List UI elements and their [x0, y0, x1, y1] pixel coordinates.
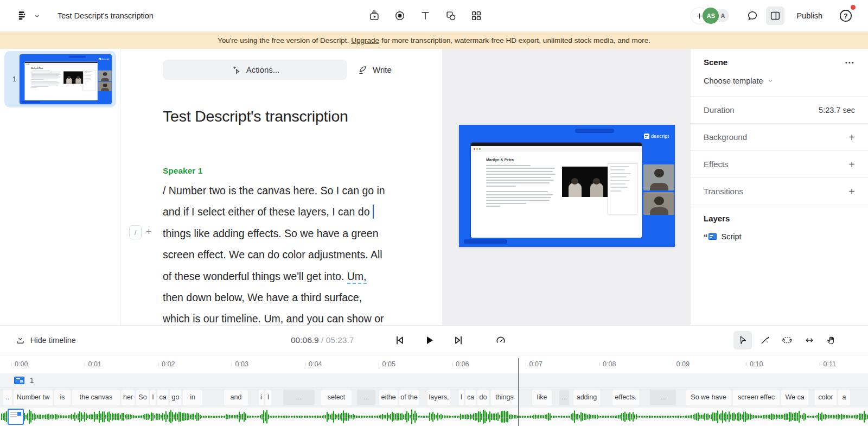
add-shapes-button[interactable]	[442, 7, 460, 25]
layer-item-script[interactable]: “ Script	[704, 232, 855, 241]
document-title[interactable]: Test Descript's transcription	[163, 107, 348, 125]
play-button[interactable]	[420, 331, 438, 349]
layout-templates-button[interactable]	[467, 7, 486, 25]
webcam-layer-2[interactable]	[98, 82, 111, 91]
skip-to-end-button[interactable]	[449, 331, 468, 349]
add-transitions-button[interactable]: +	[848, 186, 855, 197]
hand-tool-button[interactable]	[822, 331, 841, 349]
word-segment[interactable]: I	[150, 390, 156, 405]
transcript-text[interactable]: and if I select either of these layers, …	[163, 206, 370, 218]
avatar-primary[interactable]: AS	[703, 8, 719, 24]
transcript-line[interactable]: things like adding effects. So we have a…	[163, 223, 423, 244]
trim-tool-button[interactable]	[800, 331, 819, 349]
word-segment[interactable]: color	[815, 390, 837, 405]
record-button[interactable]	[391, 7, 409, 25]
silence-segment[interactable]: ...	[283, 390, 315, 405]
descript-logo-button[interactable]	[14, 8, 30, 24]
transcript-line[interactable]: which is our timeline. Um, and you can s…	[163, 308, 423, 325]
silence-segment[interactable]: ...	[357, 390, 375, 405]
word-segment[interactable]: So we have	[686, 390, 731, 405]
media-capture-button[interactable]	[365, 7, 384, 25]
word-segment[interactable]: ..	[3, 390, 12, 405]
inspector-row-effects[interactable]: Effects+	[691, 150, 868, 177]
word-segment[interactable]: layers,	[427, 390, 450, 405]
transcript-text[interactable]: screen effect. We can do color adjustmen…	[163, 249, 382, 260]
word-segment[interactable]: screen effec	[733, 390, 780, 405]
word-segment[interactable]: and	[224, 390, 248, 405]
transcript-line[interactable]: of these wonderful things we'll get into…	[163, 266, 423, 287]
range-select-tool-button[interactable]	[778, 331, 796, 349]
speaker-label[interactable]: Speaker 1	[163, 166, 202, 176]
playback-speed-button[interactable]	[492, 331, 510, 349]
transcript-line[interactable]: / Number two is the canvas here. So I ca…	[163, 180, 423, 201]
transcript-text[interactable]: then down below, We have a third surface…	[163, 291, 362, 303]
filler-word[interactable]: Um,	[347, 270, 367, 284]
scene-thumbnail[interactable]: descript Marilyn & Petra	[20, 54, 112, 104]
scene-list-item[interactable]: 1 descript Marilyn & Petra	[4, 51, 116, 107]
select-tool-button[interactable]	[733, 331, 752, 349]
word-segment[interactable]: do	[477, 390, 489, 405]
inspector-row-transitions[interactable]: Transitions+	[691, 177, 868, 205]
project-menu-button[interactable]	[31, 7, 42, 25]
razor-tool-button[interactable]	[756, 331, 774, 349]
transcript-text[interactable]: / Number two is the canvas here. So I ca…	[163, 185, 385, 196]
word-segment[interactable]: adding	[573, 390, 600, 405]
silence-segment[interactable]: ...	[559, 390, 569, 405]
skip-to-start-button[interactable]	[391, 331, 409, 349]
transcript-text[interactable]: of these wonderful things we'll get into…	[163, 270, 347, 282]
publish-button[interactable]: Publish	[796, 11, 822, 20]
hide-timeline-button[interactable]: Hide timeline	[15, 335, 76, 346]
scene-track[interactable]: 1	[0, 373, 868, 388]
write-button[interactable]: Write	[357, 65, 392, 75]
playhead[interactable]	[518, 358, 519, 426]
add-text-button[interactable]	[416, 7, 435, 25]
transcript-text[interactable]: and you can show or	[283, 313, 384, 325]
filler-word[interactable]: Um,	[264, 313, 283, 325]
word-track[interactable]: ..Number twisthe canvasherSoIcagoinandiI…	[0, 388, 868, 408]
word-segment[interactable]: is	[54, 390, 71, 405]
add-effects-button[interactable]: +	[848, 159, 855, 170]
word-segment[interactable]: things	[491, 390, 518, 405]
word-segment[interactable]: her	[122, 390, 135, 405]
word-segment[interactable]: eithe	[379, 390, 398, 405]
help-button[interactable]: ?	[838, 8, 854, 24]
silence-segment[interactable]: ...	[650, 390, 676, 405]
video-preview-canvas[interactable]: descript Marilyn & Petra	[20, 54, 112, 104]
inspector-row-duration[interactable]: Duration5:23.7 sec	[691, 96, 868, 123]
project-title[interactable]: Test Descript's transcription	[58, 11, 154, 20]
word-segment[interactable]: Number tw	[14, 390, 53, 405]
timeline-ruler[interactable]: 0:000:010:020:030:040:050:060:070:080:09…	[0, 355, 868, 373]
word-segment[interactable]: We ca	[781, 390, 808, 405]
toggle-sidebar-button[interactable]	[766, 7, 784, 25]
slash-command-button[interactable]: /	[129, 225, 142, 239]
webcam-layer-2[interactable]	[643, 192, 674, 215]
video-preview-canvas[interactable]: descript Marilyn & Petra	[459, 125, 675, 247]
word-segment[interactable]: like	[532, 390, 552, 405]
audio-track[interactable]	[0, 408, 868, 426]
actions-button[interactable]: Actions...	[163, 60, 347, 80]
scene-menu-button[interactable]: •••	[845, 58, 855, 66]
add-block-button[interactable]: +	[146, 226, 152, 238]
choose-template-button[interactable]: Choose template	[691, 67, 868, 96]
word-segment[interactable]: in	[183, 390, 202, 405]
screen-recording-layer[interactable]: Marilyn & Petra	[471, 143, 642, 238]
clip-thumbnail-chip[interactable]	[8, 409, 24, 425]
add-background-button[interactable]: +	[848, 132, 855, 143]
transcript-line[interactable]: and if I select either of these layers, …	[163, 201, 423, 222]
video-preview[interactable]: descript Marilyn & Petra	[459, 125, 675, 247]
word-segment[interactable]: the canvas	[72, 390, 120, 405]
word-segment[interactable]: a	[838, 390, 850, 405]
word-segment[interactable]: effects.	[612, 390, 639, 405]
inspector-row-background[interactable]: Background+	[691, 123, 868, 150]
transcript-line[interactable]: then down below, We have a third surface…	[163, 287, 423, 308]
transcript-line[interactable]: screen effect. We can do color adjustmen…	[163, 244, 423, 265]
word-segment[interactable]: of the	[399, 390, 419, 405]
comments-button[interactable]	[743, 7, 762, 25]
word-segment[interactable]: ca	[157, 390, 168, 405]
word-segment[interactable]: select	[321, 390, 352, 405]
webcam-layer-1[interactable]	[98, 71, 111, 81]
word-segment[interactable]: I	[265, 390, 271, 405]
transcript[interactable]: / Number two is the canvas here. So I ca…	[163, 180, 423, 325]
word-segment[interactable]: go	[170, 390, 181, 405]
word-segment[interactable]: ca	[465, 390, 476, 405]
